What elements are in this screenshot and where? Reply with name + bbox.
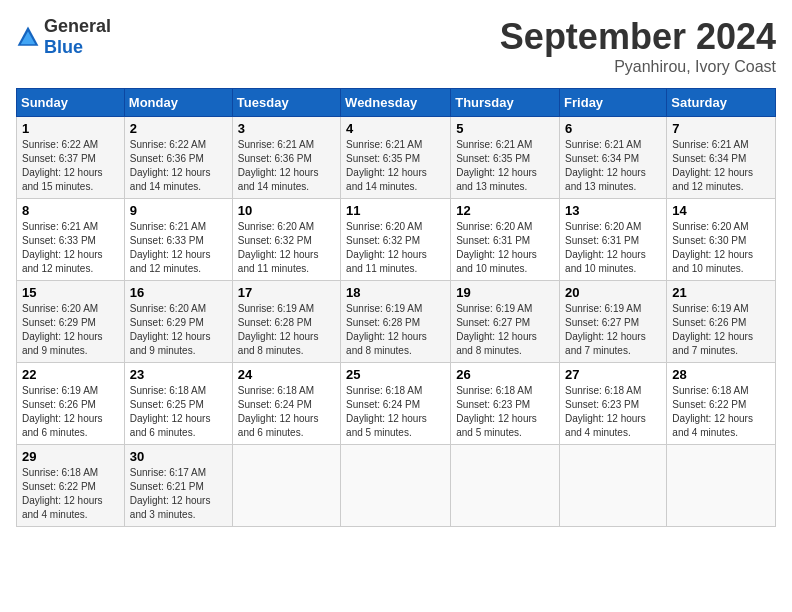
day-number: 4 [346,121,445,136]
day-info: Sunrise: 6:20 AMSunset: 6:32 PMDaylight:… [238,220,335,276]
calendar-cell: 1Sunrise: 6:22 AMSunset: 6:37 PMDaylight… [17,117,125,199]
day-info: Sunrise: 6:22 AMSunset: 6:36 PMDaylight:… [130,138,227,194]
day-info: Sunrise: 6:21 AMSunset: 6:34 PMDaylight:… [565,138,661,194]
day-number: 14 [672,203,770,218]
day-number: 15 [22,285,119,300]
calendar-cell: 8Sunrise: 6:21 AMSunset: 6:33 PMDaylight… [17,199,125,281]
logo-blue: Blue [44,37,83,57]
day-info: Sunrise: 6:20 AMSunset: 6:30 PMDaylight:… [672,220,770,276]
day-info: Sunrise: 6:20 AMSunset: 6:31 PMDaylight:… [565,220,661,276]
header-monday: Monday [124,89,232,117]
logo-icon [16,25,40,49]
header: General Blue September 2024 Pyanhirou, I… [16,16,776,76]
day-number: 13 [565,203,661,218]
day-info: Sunrise: 6:21 AMSunset: 6:35 PMDaylight:… [346,138,445,194]
day-info: Sunrise: 6:19 AMSunset: 6:28 PMDaylight:… [346,302,445,358]
day-number: 3 [238,121,335,136]
day-number: 22 [22,367,119,382]
day-info: Sunrise: 6:18 AMSunset: 6:23 PMDaylight:… [456,384,554,440]
calendar-cell: 28Sunrise: 6:18 AMSunset: 6:22 PMDayligh… [667,363,776,445]
month-title: September 2024 [500,16,776,58]
day-number: 1 [22,121,119,136]
calendar-cell: 29Sunrise: 6:18 AMSunset: 6:22 PMDayligh… [17,445,125,527]
header-thursday: Thursday [451,89,560,117]
calendar-cell: 19Sunrise: 6:19 AMSunset: 6:27 PMDayligh… [451,281,560,363]
calendar-row: 29Sunrise: 6:18 AMSunset: 6:22 PMDayligh… [17,445,776,527]
day-number: 17 [238,285,335,300]
logo: General Blue [16,16,111,58]
day-info: Sunrise: 6:18 AMSunset: 6:25 PMDaylight:… [130,384,227,440]
day-number: 10 [238,203,335,218]
calendar-table: Sunday Monday Tuesday Wednesday Thursday… [16,88,776,527]
logo-general: General [44,16,111,36]
day-number: 19 [456,285,554,300]
calendar-cell [560,445,667,527]
calendar-cell: 20Sunrise: 6:19 AMSunset: 6:27 PMDayligh… [560,281,667,363]
day-number: 2 [130,121,227,136]
calendar-cell: 3Sunrise: 6:21 AMSunset: 6:36 PMDaylight… [232,117,340,199]
day-number: 23 [130,367,227,382]
calendar-cell: 25Sunrise: 6:18 AMSunset: 6:24 PMDayligh… [341,363,451,445]
calendar-row: 8Sunrise: 6:21 AMSunset: 6:33 PMDaylight… [17,199,776,281]
day-info: Sunrise: 6:20 AMSunset: 6:29 PMDaylight:… [130,302,227,358]
calendar-cell: 27Sunrise: 6:18 AMSunset: 6:23 PMDayligh… [560,363,667,445]
day-number: 6 [565,121,661,136]
day-number: 26 [456,367,554,382]
calendar-cell: 26Sunrise: 6:18 AMSunset: 6:23 PMDayligh… [451,363,560,445]
calendar-row: 15Sunrise: 6:20 AMSunset: 6:29 PMDayligh… [17,281,776,363]
day-number: 18 [346,285,445,300]
calendar-row: 1Sunrise: 6:22 AMSunset: 6:37 PMDaylight… [17,117,776,199]
title-area: September 2024 Pyanhirou, Ivory Coast [500,16,776,76]
days-header-row: Sunday Monday Tuesday Wednesday Thursday… [17,89,776,117]
calendar-cell: 5Sunrise: 6:21 AMSunset: 6:35 PMDaylight… [451,117,560,199]
day-number: 16 [130,285,227,300]
calendar-cell: 12Sunrise: 6:20 AMSunset: 6:31 PMDayligh… [451,199,560,281]
header-tuesday: Tuesday [232,89,340,117]
calendar-cell: 22Sunrise: 6:19 AMSunset: 6:26 PMDayligh… [17,363,125,445]
calendar-cell: 13Sunrise: 6:20 AMSunset: 6:31 PMDayligh… [560,199,667,281]
location-title: Pyanhirou, Ivory Coast [500,58,776,76]
day-info: Sunrise: 6:20 AMSunset: 6:31 PMDaylight:… [456,220,554,276]
day-info: Sunrise: 6:19 AMSunset: 6:27 PMDaylight:… [565,302,661,358]
calendar-cell: 23Sunrise: 6:18 AMSunset: 6:25 PMDayligh… [124,363,232,445]
calendar-cell: 21Sunrise: 6:19 AMSunset: 6:26 PMDayligh… [667,281,776,363]
calendar-cell: 10Sunrise: 6:20 AMSunset: 6:32 PMDayligh… [232,199,340,281]
day-info: Sunrise: 6:19 AMSunset: 6:26 PMDaylight:… [672,302,770,358]
header-sunday: Sunday [17,89,125,117]
calendar-cell: 7Sunrise: 6:21 AMSunset: 6:34 PMDaylight… [667,117,776,199]
header-saturday: Saturday [667,89,776,117]
day-info: Sunrise: 6:21 AMSunset: 6:36 PMDaylight:… [238,138,335,194]
day-number: 24 [238,367,335,382]
day-info: Sunrise: 6:20 AMSunset: 6:32 PMDaylight:… [346,220,445,276]
day-info: Sunrise: 6:21 AMSunset: 6:35 PMDaylight:… [456,138,554,194]
day-info: Sunrise: 6:19 AMSunset: 6:28 PMDaylight:… [238,302,335,358]
day-info: Sunrise: 6:21 AMSunset: 6:33 PMDaylight:… [22,220,119,276]
header-wednesday: Wednesday [341,89,451,117]
calendar-cell [667,445,776,527]
day-info: Sunrise: 6:18 AMSunset: 6:23 PMDaylight:… [565,384,661,440]
day-number: 28 [672,367,770,382]
day-info: Sunrise: 6:18 AMSunset: 6:24 PMDaylight:… [346,384,445,440]
calendar-cell [451,445,560,527]
day-number: 20 [565,285,661,300]
day-number: 9 [130,203,227,218]
calendar-cell: 9Sunrise: 6:21 AMSunset: 6:33 PMDaylight… [124,199,232,281]
day-info: Sunrise: 6:18 AMSunset: 6:22 PMDaylight:… [672,384,770,440]
calendar-cell: 17Sunrise: 6:19 AMSunset: 6:28 PMDayligh… [232,281,340,363]
calendar-cell: 11Sunrise: 6:20 AMSunset: 6:32 PMDayligh… [341,199,451,281]
day-number: 30 [130,449,227,464]
day-info: Sunrise: 6:21 AMSunset: 6:34 PMDaylight:… [672,138,770,194]
calendar-cell: 6Sunrise: 6:21 AMSunset: 6:34 PMDaylight… [560,117,667,199]
calendar-cell: 18Sunrise: 6:19 AMSunset: 6:28 PMDayligh… [341,281,451,363]
calendar-cell: 4Sunrise: 6:21 AMSunset: 6:35 PMDaylight… [341,117,451,199]
day-number: 29 [22,449,119,464]
calendar-cell: 14Sunrise: 6:20 AMSunset: 6:30 PMDayligh… [667,199,776,281]
day-info: Sunrise: 6:18 AMSunset: 6:22 PMDaylight:… [22,466,119,522]
day-info: Sunrise: 6:17 AMSunset: 6:21 PMDaylight:… [130,466,227,522]
calendar-cell: 30Sunrise: 6:17 AMSunset: 6:21 PMDayligh… [124,445,232,527]
day-number: 5 [456,121,554,136]
day-info: Sunrise: 6:18 AMSunset: 6:24 PMDaylight:… [238,384,335,440]
day-number: 12 [456,203,554,218]
header-friday: Friday [560,89,667,117]
calendar-cell [341,445,451,527]
